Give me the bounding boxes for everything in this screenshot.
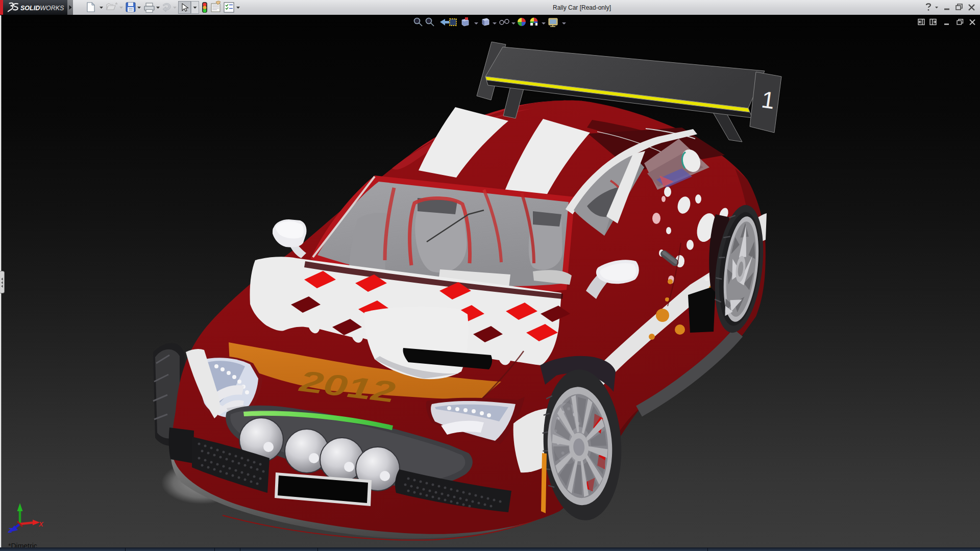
svg-text:SOLIDWORKS: SOLIDWORKS: [20, 5, 64, 12]
svg-text:X: X: [38, 520, 44, 528]
svg-text:Z: Z: [8, 527, 13, 534]
